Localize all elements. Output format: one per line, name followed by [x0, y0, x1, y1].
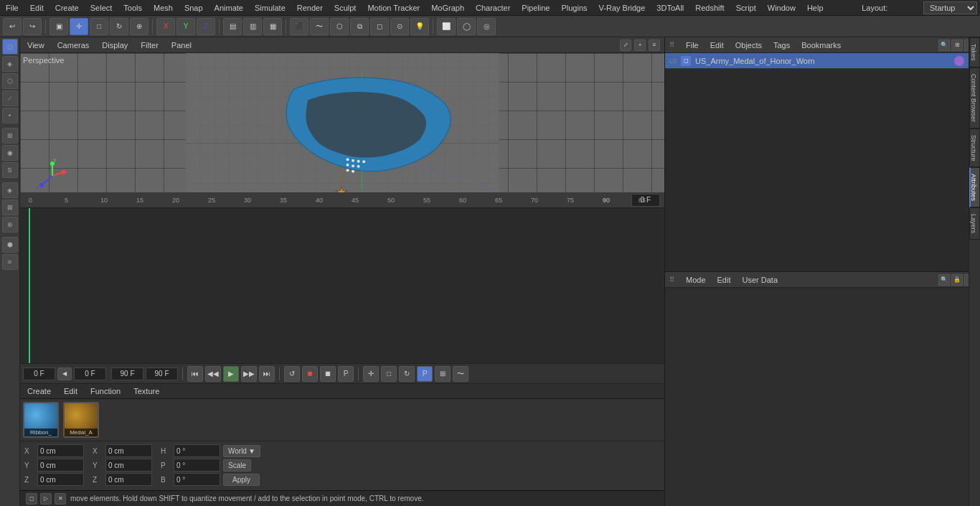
mat-menu-texture[interactable]: Texture [131, 386, 162, 396]
om-menu-bookmarks[interactable]: Bookmarks [798, 40, 844, 50]
vp-expand-btn[interactable]: ⤢ [620, 39, 631, 51]
spline-btn[interactable]: 〜 [310, 18, 329, 35]
start-frame-field[interactable] [23, 367, 55, 380]
cube-btn[interactable]: ⬛ [290, 18, 308, 35]
y-pos-field[interactable] [37, 459, 84, 472]
render-region-btn[interactable]: ▤ [223, 18, 242, 35]
status-icon-render[interactable]: ◻ [26, 493, 37, 505]
z-axis-btn[interactable]: Z [197, 18, 215, 35]
x-pos-field[interactable] [37, 444, 84, 457]
menu-edit[interactable]: Edit [24, 2, 50, 14]
undo-button[interactable]: ↩ [3, 18, 22, 35]
play-btn[interactable]: ▶ [223, 366, 239, 382]
material-medal[interactable]: Medal_A [63, 402, 99, 438]
transform-tool-button[interactable]: ⊕ [130, 18, 149, 35]
mat-menu-function[interactable]: Function [88, 386, 123, 396]
sky-btn[interactable]: ◯ [457, 18, 476, 35]
lt-layers[interactable]: ≡ [2, 254, 18, 270]
om-menu-edit[interactable]: Edit [707, 40, 727, 50]
material-btn[interactable]: ◎ [477, 18, 496, 35]
b-rot-field[interactable] [174, 473, 220, 486]
current-frame-field[interactable] [74, 367, 106, 380]
preview-end-field[interactable] [146, 367, 178, 380]
menu-redshift[interactable]: Redshift [689, 2, 730, 14]
move-tool-button[interactable]: ✛ [70, 18, 88, 35]
om-search-icon[interactable]: 🔍 [938, 39, 950, 51]
om-menu-objects[interactable]: Objects [732, 40, 765, 50]
pose-btn[interactable]: □ [381, 366, 397, 382]
x-size-field[interactable] [105, 444, 152, 457]
end-frame-field[interactable] [111, 367, 143, 380]
om-object-row[interactable]: L0 ◻ US_Army_Medal_of_Honor_Worn [665, 53, 980, 69]
menu-sculpt[interactable]: Sculpt [329, 2, 362, 14]
prev-frame-btn[interactable]: ◀◀ [205, 366, 221, 382]
lt-rigging[interactable]: ⊞ [2, 128, 18, 144]
key-sel-btn[interactable]: P [417, 366, 433, 382]
om-menu-tags[interactable]: Tags [771, 40, 793, 50]
timeline-btn[interactable]: ⊞ [435, 366, 451, 382]
menu-snap[interactable]: Snap [179, 2, 209, 14]
h-rot-field[interactable] [174, 444, 220, 457]
attr-menu-edit[interactable]: Edit [715, 275, 734, 285]
vp-menu-panel[interactable]: Panel [169, 39, 194, 51]
om-filter-icon[interactable]: ⊞ [951, 39, 963, 51]
tab-attributes[interactable]: Attributes [969, 167, 980, 207]
rotate-tool-button[interactable]: ↻ [110, 18, 128, 35]
menu-character[interactable]: Character [470, 2, 516, 14]
scene-btn[interactable]: 💡 [410, 18, 429, 35]
menu-render[interactable]: Render [291, 2, 329, 14]
layout-select[interactable]: Startup Standard Animate [923, 1, 977, 14]
menu-pipeline[interactable]: Pipeline [516, 2, 555, 14]
viewport-canvas[interactable]: Perspective Grid Spacing : 100 cm X Y Z [20, 53, 664, 192]
vp-menu-view[interactable]: View [24, 39, 47, 51]
z-pos-field[interactable] [37, 473, 84, 486]
tab-layers[interactable]: Layers [969, 207, 980, 240]
vp-menu-cameras[interactable]: Cameras [55, 39, 93, 51]
timeline-tracks[interactable] [20, 208, 664, 363]
menu-motion-tracker[interactable]: Motion Tracker [362, 2, 425, 14]
menu-tools[interactable]: Tools [118, 2, 148, 14]
tab-structure[interactable]: Structure [969, 128, 980, 168]
render-view-btn[interactable]: ▥ [243, 18, 262, 35]
lt-edge-mode[interactable]: ⟋ [2, 90, 18, 106]
attr-lock-icon[interactable]: 🔒 [951, 274, 963, 286]
light-btn[interactable]: ⊙ [390, 18, 409, 35]
z-size-field[interactable] [105, 473, 152, 486]
menu-simulate[interactable]: Simulate [249, 2, 291, 14]
lt-soft-select[interactable]: ⊛ [2, 217, 18, 233]
deformer-btn[interactable]: ⧉ [350, 18, 369, 35]
menu-help[interactable]: Help [801, 2, 829, 14]
attr-menu-userdata[interactable]: User Data [740, 275, 781, 285]
status-icon-close[interactable]: ✕ [55, 493, 66, 505]
stop-btn[interactable]: ⏹ [320, 366, 336, 382]
menu-vray[interactable]: V-Ray Bridge [593, 2, 651, 14]
menu-animate[interactable]: Animate [209, 2, 249, 14]
key-btn[interactable]: P [338, 366, 354, 382]
floor-btn[interactable]: ⬜ [437, 18, 456, 35]
menu-mesh[interactable]: Mesh [148, 2, 179, 14]
menu-mograph[interactable]: MoGraph [425, 2, 470, 14]
menu-script[interactable]: Script [730, 2, 762, 14]
render-btn[interactable]: ▦ [263, 18, 282, 35]
tab-takes[interactable]: Takes [969, 37, 980, 67]
vp-lock-btn[interactable]: + [634, 39, 646, 51]
menu-create[interactable]: Create [50, 2, 85, 14]
vp-menu-filter[interactable]: Filter [138, 39, 161, 51]
p-rot-field[interactable] [174, 459, 220, 472]
lt-model-mode[interactable]: ◻ [2, 39, 18, 55]
timeline-ruler[interactable]: 0 5 10 15 20 25 30 35 40 45 50 55 60 65 … [20, 192, 664, 208]
menu-select[interactable]: Select [85, 2, 118, 14]
world-button[interactable]: World ▼ [223, 445, 260, 457]
vp-config-btn[interactable]: ≡ [649, 39, 660, 51]
lt-polygon-mode[interactable]: ⬡ [2, 73, 18, 89]
loop-btn[interactable]: ↺ [284, 366, 300, 382]
mat-menu-create[interactable]: Create [24, 386, 54, 396]
material-ribbon[interactable]: Ribbon_ [23, 402, 59, 438]
lt-workplane[interactable]: ⬢ [2, 237, 18, 253]
lt-snap[interactable]: ⊠ [2, 200, 18, 215]
attr-search-icon[interactable]: 🔍 [938, 274, 950, 286]
om-menu-file[interactable]: File [683, 40, 702, 50]
record-btn[interactable]: ⏺ [302, 366, 318, 382]
lt-sculpt[interactable]: ◉ [2, 145, 18, 161]
x-axis-btn[interactable]: X [156, 18, 175, 35]
